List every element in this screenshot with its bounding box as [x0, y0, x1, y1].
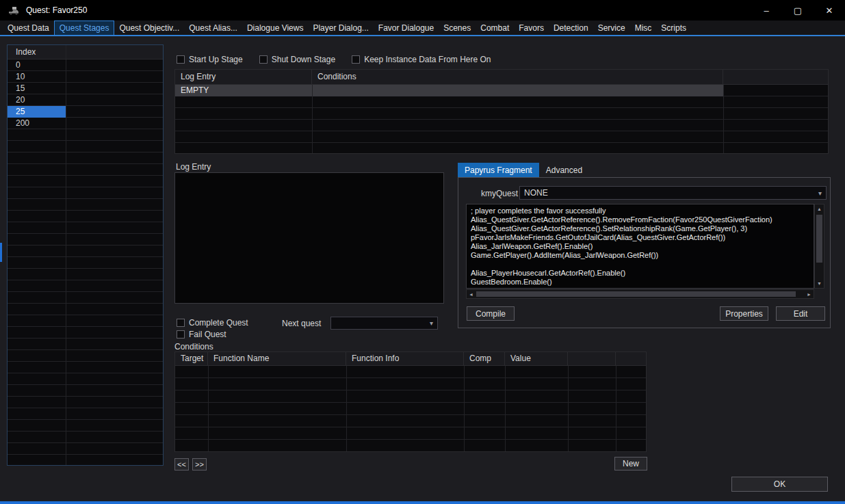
- index-cell: 200: [8, 118, 66, 129]
- index-cell: 10: [8, 71, 66, 83]
- edit-button[interactable]: Edit: [776, 306, 825, 321]
- index-row-10[interactable]: 10: [8, 71, 163, 83]
- papyrus-fragment-panel: kmyQuest NONE ▾ ; player completes the f…: [458, 177, 831, 328]
- tab-player-dialogue[interactable]: Player Dialog...: [308, 21, 373, 35]
- chevron-down-icon: ▾: [818, 189, 822, 197]
- index-list: 0 10 15 20 25 200: [8, 59, 163, 465]
- checkbox-icon: [177, 330, 185, 339]
- shutdown-stage-label: Shut Down Stage: [272, 55, 335, 64]
- tab-papyrus-fragment[interactable]: Papyrus Fragment: [458, 163, 539, 177]
- complete-quest-checkbox[interactable]: Complete Quest: [177, 318, 248, 328]
- checkbox-icon: [177, 55, 185, 64]
- next-stage-button[interactable]: >>: [192, 458, 207, 470]
- tab-scripts[interactable]: Scripts: [656, 21, 691, 35]
- compile-button[interactable]: Compile: [467, 306, 515, 321]
- log-table-divider: [723, 85, 724, 153]
- complete-quest-label: Complete Quest: [189, 318, 248, 328]
- tab-advanced[interactable]: Advanced: [539, 163, 589, 177]
- tab-scenes[interactable]: Scenes: [439, 21, 476, 35]
- log-entry-label: Log Entry: [176, 162, 211, 172]
- scroll-right-icon[interactable]: ►: [805, 290, 814, 298]
- next-quest-dropdown[interactable]: ▾: [330, 317, 438, 330]
- checkbox-icon: [352, 55, 360, 64]
- log-entry-table: Log Entry Conditions EMPTY: [174, 69, 829, 154]
- log-entry-row-empty[interactable]: EMPTY: [175, 85, 828, 96]
- extra-column-header: [723, 70, 828, 84]
- conditions-divider: [505, 366, 506, 451]
- log-entry-cell: EMPTY: [175, 85, 312, 96]
- stage-flags: Start Up Stage Shut Down Stage Keep Inst…: [177, 55, 491, 64]
- tab-quest-data[interactable]: Quest Data: [3, 21, 54, 35]
- tab-quest-aliases[interactable]: Quest Alias...: [184, 21, 242, 35]
- window-controls: – ▢ ✕: [751, 0, 845, 21]
- tab-favors[interactable]: Favors: [514, 21, 549, 35]
- function-name-column-header: Function Name: [208, 352, 346, 365]
- tab-detection[interactable]: Detection: [549, 21, 593, 35]
- conditions-column-header: Conditions: [312, 70, 723, 84]
- checkbox-icon: [259, 55, 268, 64]
- tab-bar: Quest Data Quest Stages Quest Objectiv..…: [0, 21, 845, 36]
- horizontal-scroll-thumb[interactable]: [476, 291, 796, 297]
- keep-instance-data-checkbox[interactable]: Keep Instance Data From Here On: [352, 55, 491, 64]
- index-row-15[interactable]: 15: [8, 83, 163, 94]
- log-table-header: Log Entry Conditions: [175, 70, 828, 85]
- tab-service[interactable]: Service: [593, 21, 630, 35]
- index-row-20[interactable]: 20: [8, 94, 163, 106]
- index-cell: 15: [8, 83, 66, 94]
- close-button[interactable]: ✕: [814, 0, 845, 21]
- stage-index-panel: Index 0 10 15 20 25 200: [7, 44, 164, 466]
- bottom-edge-accent: [0, 501, 845, 504]
- conditions-cell: [312, 85, 723, 96]
- index-cell: 25: [8, 106, 66, 118]
- fragment-code-editor[interactable]: ; player completes the favor successfull…: [466, 204, 814, 289]
- extra-column-header: [616, 352, 646, 365]
- ok-button[interactable]: OK: [731, 477, 828, 492]
- kmyquest-label: kmyQuest: [481, 189, 518, 198]
- scroll-left-icon[interactable]: ◄: [467, 290, 476, 298]
- log-table-divider: [312, 85, 313, 153]
- conditions-divider: [464, 366, 465, 451]
- index-row-200[interactable]: 200: [8, 118, 163, 129]
- fail-quest-checkbox[interactable]: Fail Quest: [177, 330, 226, 339]
- startup-stage-checkbox[interactable]: Start Up Stage: [177, 55, 243, 64]
- index-row-0[interactable]: 0: [8, 59, 163, 71]
- log-entry-textarea[interactable]: [174, 172, 444, 304]
- previous-stage-button[interactable]: <<: [174, 458, 189, 470]
- tab-favor-dialogue[interactable]: Favor Dialogue: [374, 21, 439, 35]
- maximize-button[interactable]: ▢: [782, 0, 814, 21]
- tab-misc[interactable]: Misc: [630, 21, 657, 35]
- shutdown-stage-checkbox[interactable]: Shut Down Stage: [259, 55, 335, 64]
- tab-combat[interactable]: Combat: [476, 21, 514, 35]
- vertical-scroll-thumb[interactable]: [816, 215, 822, 263]
- conditions-label: Conditions: [174, 342, 213, 352]
- extra-column-header: [568, 352, 616, 365]
- conditions-table-body: [175, 366, 646, 451]
- scroll-up-icon[interactable]: ▲: [815, 204, 824, 213]
- tab-quest-objectives[interactable]: Quest Objectiv...: [114, 21, 184, 35]
- value-column-header: Value: [505, 352, 568, 365]
- comp-column-header: Comp: [464, 352, 505, 365]
- chevron-down-icon: ▾: [430, 319, 433, 327]
- minimize-button[interactable]: –: [751, 0, 782, 21]
- new-condition-button[interactable]: New: [614, 457, 647, 470]
- kmyquest-value: NONE: [524, 188, 548, 198]
- index-column-header: Index: [8, 45, 163, 59]
- log-entry-column-header: Log Entry: [175, 70, 312, 84]
- conditions-divider: [616, 366, 616, 451]
- conditions-divider: [208, 366, 209, 451]
- next-quest-label: Next quest: [282, 319, 321, 328]
- tab-dialogue-views[interactable]: Dialogue Views: [242, 21, 309, 35]
- properties-button[interactable]: Properties: [720, 306, 768, 321]
- kmyquest-dropdown[interactable]: NONE ▾: [519, 186, 827, 200]
- scroll-down-icon[interactable]: ▼: [815, 279, 824, 288]
- extra-cell: [723, 85, 828, 96]
- conditions-table-header: Target Function Name Function Info Comp …: [175, 352, 646, 366]
- index-row-25-selected[interactable]: 25: [8, 106, 163, 118]
- startup-stage-label: Start Up Stage: [189, 55, 243, 64]
- tab-quest-stages[interactable]: Quest Stages: [54, 21, 115, 35]
- conditions-divider: [346, 366, 347, 451]
- horizontal-scrollbar[interactable]: ◄ ►: [466, 289, 814, 299]
- index-header-divider: [66, 45, 66, 59]
- vertical-scrollbar[interactable]: ▲ ▼: [814, 204, 824, 289]
- fragment-tab-bar: Papyrus Fragment Advanced: [458, 163, 589, 177]
